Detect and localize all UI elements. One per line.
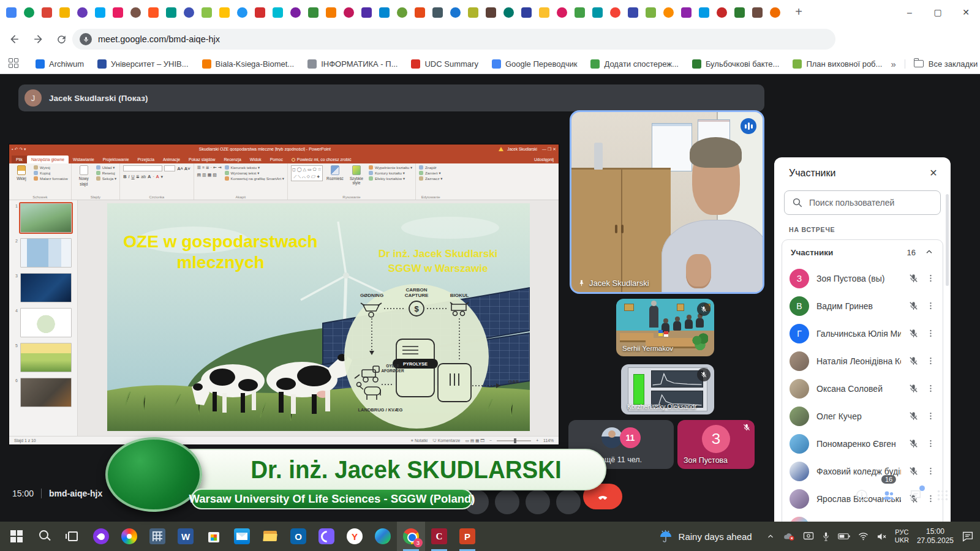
tab-favicon[interactable] bbox=[290, 7, 301, 18]
more-options-icon[interactable] bbox=[926, 384, 935, 393]
tab-favicon[interactable] bbox=[113, 7, 123, 18]
taskbar-app[interactable] bbox=[59, 522, 87, 551]
bookmark-item[interactable]: Додати спостереж... bbox=[590, 59, 678, 69]
tab-favicon[interactable] bbox=[734, 7, 745, 18]
taskbar-app[interactable] bbox=[256, 522, 284, 551]
close-panel-icon[interactable]: ✕ bbox=[926, 166, 941, 181]
bookmarks-overflow-icon[interactable]: » bbox=[891, 59, 895, 69]
slide-thumbnail[interactable]: 2 bbox=[13, 238, 77, 268]
view-buttons[interactable]: ▭ ▤ ▦ 🗖 bbox=[465, 438, 484, 443]
more-options-icon[interactable] bbox=[926, 411, 935, 421]
tab-favicon[interactable] bbox=[681, 7, 692, 18]
list-buttons[interactable]: ☰ ≡ ≣ · ⇤ ⇥ bbox=[197, 165, 222, 170]
section-button[interactable]: Sekcja ▾ bbox=[96, 176, 116, 181]
tab-favicon[interactable] bbox=[344, 7, 354, 18]
format-painter-button[interactable]: Malarz formatów bbox=[34, 176, 68, 181]
tab-favicon[interactable] bbox=[557, 7, 567, 18]
tab-favicon[interactable] bbox=[219, 7, 230, 18]
tab-favicon[interactable] bbox=[486, 7, 496, 18]
tab-favicon[interactable] bbox=[326, 7, 336, 18]
tab-favicon[interactable] bbox=[521, 7, 532, 18]
bookmark-item[interactable]: План виховної роб... bbox=[793, 59, 882, 69]
bookmark-item[interactable]: UDC Summary bbox=[411, 59, 478, 69]
more-options-icon[interactable] bbox=[926, 467, 935, 476]
meeting-details-button[interactable] bbox=[854, 487, 870, 503]
tab-favicon[interactable] bbox=[717, 7, 727, 18]
align-text-button[interactable]: Wyrównaj tekst ▾ bbox=[225, 171, 284, 175]
tab-favicon[interactable] bbox=[202, 7, 212, 18]
clock[interactable]: 15:00 27.05.2025 bbox=[917, 527, 954, 545]
zoom-slider[interactable] bbox=[497, 440, 531, 441]
reset-button[interactable]: Resetuj bbox=[96, 171, 116, 175]
battery-icon[interactable] bbox=[838, 533, 850, 540]
video-tile-korzhenivsky[interactable]: Korzhenivsky Oleksandr bbox=[621, 364, 714, 414]
bookmark-item[interactable]: Archiwum bbox=[36, 59, 84, 69]
more-options-icon[interactable] bbox=[926, 356, 935, 365]
more-options-icon[interactable] bbox=[926, 439, 935, 448]
more-options-icon[interactable] bbox=[926, 274, 935, 283]
tab-favicon[interactable] bbox=[77, 7, 88, 18]
taskbar-app[interactable]: P bbox=[453, 522, 481, 551]
back-icon[interactable] bbox=[6, 31, 23, 48]
minimize-button[interactable]: – bbox=[895, 0, 924, 24]
tab-favicon[interactable] bbox=[255, 7, 265, 18]
tab-favicon[interactable] bbox=[415, 7, 425, 18]
tray-chevron-up-icon[interactable] bbox=[766, 532, 775, 541]
tab-favicon[interactable] bbox=[468, 7, 478, 18]
participant-row[interactable]: Г Гальчинська Юлія Мик... bbox=[782, 320, 943, 347]
tab-favicon[interactable] bbox=[539, 7, 549, 18]
onedrive-offline-icon[interactable] bbox=[783, 531, 795, 541]
language-indicator[interactable]: РУС UKR bbox=[895, 528, 909, 544]
tab-favicon[interactable] bbox=[397, 7, 407, 18]
slide-thumbnail[interactable]: 3 bbox=[13, 273, 77, 302]
tab-favicon[interactable] bbox=[503, 7, 514, 18]
cut-button[interactable]: Wytnij bbox=[34, 165, 68, 170]
tab-favicon[interactable] bbox=[6, 7, 17, 18]
taskbar-app[interactable] bbox=[115, 522, 143, 551]
taskbar-app[interactable]: W bbox=[172, 522, 200, 551]
zoom-out-button[interactable]: − bbox=[489, 438, 492, 443]
replace-button[interactable]: Zamień ▾ bbox=[419, 171, 442, 175]
url-text[interactable]: meet.google.com/bmd-aiqe-hjx bbox=[98, 34, 220, 44]
layout-button[interactable]: Układ ▾ bbox=[96, 165, 116, 170]
taskbar-app[interactable] bbox=[369, 522, 397, 551]
text-direction-button[interactable]: Kierunek tekstu ▾ bbox=[225, 165, 284, 170]
copy-button[interactable]: Kopiuj bbox=[34, 171, 68, 175]
taskbar-app[interactable] bbox=[87, 522, 115, 551]
activities-button[interactable] bbox=[935, 487, 951, 503]
ppt-share-button[interactable]: Udostępnij bbox=[529, 156, 559, 163]
volume-muted-icon[interactable] bbox=[876, 532, 887, 541]
participant-row[interactable]: В Вадим Гринев bbox=[782, 292, 943, 320]
tab-favicon[interactable] bbox=[361, 7, 372, 18]
participants-button[interactable]: 16 bbox=[881, 487, 897, 503]
bookmark-item[interactable]: Університет – УНІВ... bbox=[97, 59, 189, 69]
more-options-icon[interactable] bbox=[926, 301, 935, 310]
ppt-ribbon-tab[interactable]: Widok bbox=[246, 156, 266, 163]
shapes-gallery[interactable]: ◻ ◯ △ ▭ ⬠ ☆⟋ ⟍ ⌒ ◇ ▱ ✦ bbox=[291, 165, 323, 181]
font-size-box[interactable] bbox=[164, 165, 175, 171]
tab-favicon[interactable] bbox=[628, 7, 638, 18]
tab-favicon[interactable] bbox=[95, 7, 105, 18]
bookmark-item[interactable]: ІНФОРМАТИКА - П... bbox=[307, 59, 398, 69]
tab-favicon[interactable] bbox=[592, 7, 603, 18]
taskbar-app[interactable]: C bbox=[425, 522, 453, 551]
new-tab-button[interactable]: + bbox=[790, 4, 807, 21]
tab-favicon[interactable] bbox=[166, 7, 176, 18]
shape-effects-button[interactable]: Efekty kształtów ▾ bbox=[369, 176, 412, 181]
tab-favicon[interactable] bbox=[450, 7, 461, 18]
participant-row[interactable]: Олег Кучер bbox=[782, 402, 943, 430]
taskbar-app[interactable] bbox=[31, 522, 59, 551]
taskbar-app[interactable] bbox=[312, 522, 341, 551]
comments-button[interactable]: 🗨 Komentarze bbox=[432, 438, 460, 443]
bookmark-item[interactable]: Google Переводчик bbox=[492, 59, 578, 69]
address-bar[interactable]: meet.google.com/bmd-aiqe-hjx bbox=[72, 29, 835, 50]
tab-favicon[interactable] bbox=[575, 7, 585, 18]
more-options-icon[interactable] bbox=[926, 329, 935, 338]
tab-favicon[interactable] bbox=[610, 7, 620, 18]
ppt-ribbon-tab[interactable]: Plik bbox=[12, 156, 27, 163]
tab-favicon[interactable] bbox=[130, 7, 141, 18]
tab-favicon[interactable] bbox=[59, 7, 70, 18]
tab-favicon[interactable] bbox=[770, 7, 780, 18]
ppt-window-controls[interactable]: — ❐ ✕ bbox=[542, 147, 556, 152]
ppt-ribbon-tab[interactable]: Recenzja bbox=[219, 156, 245, 163]
